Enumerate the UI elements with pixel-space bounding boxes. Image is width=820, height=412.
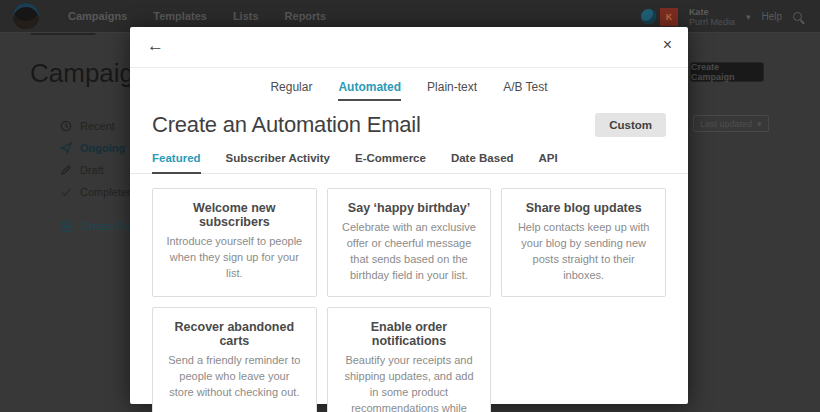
subtab-e-commerce[interactable]: E-Commerce xyxy=(355,152,426,173)
pencil-icon xyxy=(60,164,72,176)
card-say-happy-birthday[interactable]: Say ‘happy birthday’ Celebrate with an e… xyxy=(327,188,492,297)
modal-header: ← × xyxy=(130,27,688,68)
card-description: Celebrate with an exclusive offer or che… xyxy=(341,220,478,284)
nav-items: Campaigns Templates Lists Reports xyxy=(56,10,340,22)
sidebar-item-label: Ongoing xyxy=(80,142,125,154)
search-icon[interactable] xyxy=(793,12,802,21)
tab-ab-test[interactable]: A/B Test xyxy=(503,80,547,101)
campaign-type-tabs: Regular Automated Plain-text A/B Test xyxy=(130,80,688,101)
tab-regular[interactable]: Regular xyxy=(270,80,312,101)
automation-category-tabs: Featured Subscriber Activity E-Commerce … xyxy=(130,152,688,174)
chat-badge-icon[interactable] xyxy=(641,9,656,24)
close-icon[interactable]: × xyxy=(663,35,672,55)
chevron-down-icon: ▾ xyxy=(757,119,762,129)
nav-item-campaigns[interactable]: Campaigns xyxy=(56,10,141,22)
card-description: Help contacts keep up with your blog by … xyxy=(515,220,652,284)
send-icon xyxy=(60,142,72,154)
chevron-down-icon[interactable]: ▾ xyxy=(746,12,751,22)
subtab-featured[interactable]: Featured xyxy=(152,152,201,174)
create-campaign-modal: ← × Regular Automated Plain-text A/B Tes… xyxy=(130,27,688,404)
mailchimp-freddie-logo[interactable] xyxy=(13,3,39,29)
nav-item-templates[interactable]: Templates xyxy=(141,10,221,22)
tab-automated[interactable]: Automated xyxy=(338,80,401,101)
card-description: Send a friendly reminder to people who l… xyxy=(166,353,303,401)
subtab-api[interactable]: API xyxy=(539,152,558,173)
app-screen: Campaigns Templates Lists Reports K Kate… xyxy=(0,0,820,412)
sort-dropdown-label: Last updated xyxy=(700,119,752,129)
card-recover-abandoned-carts[interactable]: Recover abandoned carts Send a friendly … xyxy=(152,307,317,412)
user-name: Kate xyxy=(689,7,735,17)
card-share-blog-updates[interactable]: Share blog updates Help contacts keep up… xyxy=(501,188,666,297)
clock-icon xyxy=(60,120,72,132)
user-menu[interactable]: Kate Purrl Media xyxy=(689,7,735,27)
subtab-subscriber-activity[interactable]: Subscriber Activity xyxy=(226,152,330,173)
card-title: Recover abandoned carts xyxy=(166,320,303,348)
help-link[interactable]: Help xyxy=(761,11,782,22)
card-title: Welcome new subscribers xyxy=(166,201,303,229)
back-arrow-icon[interactable]: ← xyxy=(147,36,164,56)
tab-plain-text[interactable]: Plain-text xyxy=(427,80,477,101)
modal-title: Create an Automation Email xyxy=(152,112,421,138)
avatar[interactable]: K xyxy=(660,8,678,26)
card-enable-order-notifications[interactable]: Enable order notifications Beautify your… xyxy=(327,307,492,412)
card-title: Share blog updates xyxy=(515,201,652,215)
automation-cards: Welcome new subscribers Introduce yourse… xyxy=(130,174,688,412)
card-description: Introduce yourself to people when they s… xyxy=(166,234,303,282)
plus-circle-icon xyxy=(60,220,73,233)
card-title: Enable order notifications xyxy=(341,320,478,348)
sidebar-item-label: Recent xyxy=(80,120,115,132)
nav-item-lists[interactable]: Lists xyxy=(221,10,273,22)
sort-dropdown[interactable]: Last updated ▾ xyxy=(693,115,769,132)
card-description: Beautify your receipts and shipping upda… xyxy=(341,353,478,412)
user-org: Purrl Media xyxy=(689,17,735,27)
create-campaign-button[interactable]: Create Campaign xyxy=(690,62,764,82)
sidebar-item-label: Draft xyxy=(80,164,104,176)
subtab-date-based[interactable]: Date Based xyxy=(451,152,514,173)
card-welcome-new-subscribers[interactable]: Welcome new subscribers Introduce yourse… xyxy=(152,188,317,297)
check-icon xyxy=(60,186,72,198)
custom-button[interactable]: Custom xyxy=(595,113,666,137)
sidebar-item-label: Completed xyxy=(80,186,133,198)
card-title: Say ‘happy birthday’ xyxy=(341,201,478,215)
modal-title-row: Create an Automation Email Custom xyxy=(130,112,688,138)
nav-item-reports[interactable]: Reports xyxy=(273,10,341,22)
